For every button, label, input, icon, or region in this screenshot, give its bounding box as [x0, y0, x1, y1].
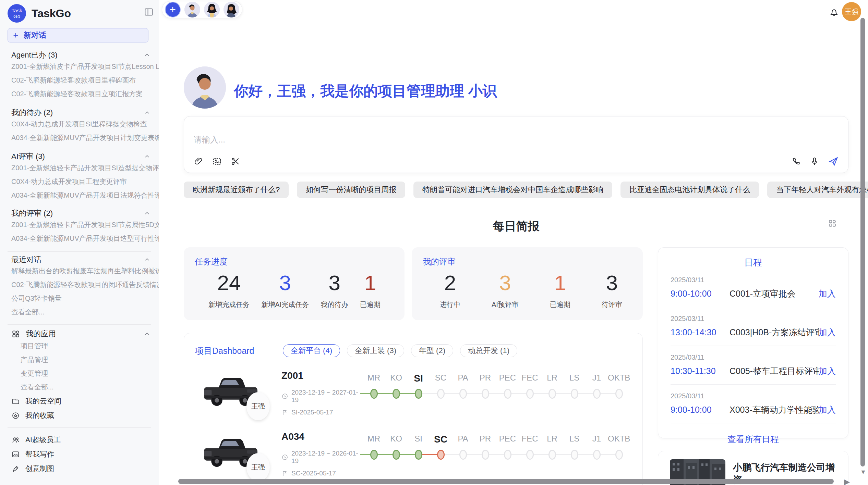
tab-new-platform[interactable]: 全新平台 (4)	[283, 344, 340, 357]
sidebar-item-write-helper[interactable]: 帮我写作	[8, 447, 159, 461]
schedule-item: 2025/03/11 9:00-10:00 X003-车辆动力学性能验... 加…	[671, 385, 836, 423]
avatar-woman-2[interactable]	[224, 2, 239, 17]
milestone-label: PA	[452, 434, 474, 445]
app-header: Task Go TaskGo	[8, 3, 159, 23]
new-chat-label: 新对话	[24, 30, 46, 40]
add-session-button[interactable]	[165, 2, 181, 17]
list-item[interactable]: C02-飞腾新能源轻客改款项目立项汇报方案	[8, 87, 159, 101]
sidebar-item-change-mgmt[interactable]: 变更管理	[8, 366, 159, 380]
sidebar-item-favorites[interactable]: 我的收藏	[8, 408, 159, 423]
chat-input[interactable]: 请输入...	[184, 116, 848, 173]
milestone-label: PR	[474, 373, 496, 384]
milestone-label: LR	[541, 434, 563, 445]
scissors-icon[interactable]	[231, 157, 240, 166]
horizontal-scrollbar[interactable]	[178, 479, 834, 484]
sidebar-collapse-icon[interactable]	[144, 7, 154, 17]
tab-powertrain[interactable]: 动总开发 (1)	[460, 344, 517, 357]
list-item[interactable]: A034-全新新能源MUV产品开发项目造型可行性评审	[8, 232, 159, 245]
project-flag-milestone: SC-2025-05-17	[281, 470, 363, 477]
list-item[interactable]: Z001-全新燃油轻卡产品开发项目SI节点属性5D文件评审	[8, 218, 159, 232]
milestone-label: SI	[407, 434, 430, 445]
project-image-truck: 王强	[201, 430, 260, 472]
join-button[interactable]: 加入	[819, 404, 836, 415]
suggestion-chip[interactable]: 当下年轻人对汽车外观有怎样的喜好趋势	[767, 182, 868, 198]
stat-overdue: 1 已逾期	[360, 271, 381, 309]
tab-model-year[interactable]: 年型 (2)	[411, 344, 453, 357]
list-item[interactable]: Z001-全新燃油轻卡产品开发项目SI造型提交物评审	[8, 161, 159, 175]
milestone-track: MR KO SI SC PA PR PEC FEC LR LS J1 OKTB	[363, 373, 630, 402]
suggestion-chip[interactable]: 欧洲新规最近颁布了什么?	[184, 182, 289, 198]
milestone-line-done	[360, 393, 419, 394]
schedule-item: 2025/03/11 13:00-14:30 C003|H0B-方案冻结评审 加…	[671, 307, 836, 346]
suggestion-chip[interactable]: 特朗普可能对进口汽车增税会对中国车企造成哪些影响	[413, 182, 612, 198]
sidebar-item-cloud-space[interactable]: 我的云空间	[8, 394, 159, 408]
avatar-man[interactable]	[184, 2, 200, 17]
sidebar-item-label: 帮我写作	[25, 449, 54, 459]
view-all-recent[interactable]: 查看全部...	[8, 305, 159, 319]
phone-icon[interactable]	[791, 157, 801, 166]
avatar-woman-1[interactable]	[204, 2, 220, 17]
sidebar-item-creative-draw[interactable]: 创意制图	[8, 461, 159, 476]
milestone-dot	[593, 450, 601, 460]
clock-icon	[281, 454, 288, 461]
join-button[interactable]: 加入	[819, 365, 836, 377]
logo-text-bottom: Go	[13, 13, 20, 19]
people-icon	[11, 436, 20, 444]
milestone-label-current: SI	[407, 373, 430, 384]
section-my-todo[interactable]: 我的待办 (2)	[8, 108, 159, 117]
plus-icon	[12, 32, 20, 39]
milestone-dot	[504, 389, 511, 399]
section-ai-review[interactable]: AI评审 (3)	[8, 152, 159, 161]
sidebar-item-product-mgmt[interactable]: 产品管理	[8, 353, 159, 366]
view-all-apps[interactable]: 查看全部...	[8, 380, 159, 394]
user-avatar[interactable]: 王强	[842, 2, 861, 21]
list-item[interactable]: A034-全新新能源MUV产品开发项目法规符合性评审	[8, 188, 159, 202]
join-button[interactable]: 加入	[819, 327, 836, 338]
vertical-scrollbar[interactable]	[860, 18, 865, 467]
bell-icon[interactable]	[829, 7, 839, 17]
layout-grid-icon[interactable]	[828, 219, 837, 228]
sidebar-item-label: 我的云空间	[25, 396, 61, 406]
join-button[interactable]: 加入	[819, 288, 836, 299]
project-row-a034[interactable]: 王强 A034 2023-12-19 ~ 2026-01-19 SC-2025-…	[184, 416, 642, 477]
dashboard-tabs: 全新平台 (4) 全新上装 (3) 年型 (2) 动总开发 (1)	[283, 344, 517, 357]
list-item[interactable]: C0X4-动力总成开发项目工程变更评审	[8, 175, 159, 188]
mic-icon[interactable]	[810, 157, 819, 166]
view-all-schedule[interactable]: 查看所有日程	[671, 434, 836, 445]
list-item[interactable]: 公司Q3轻卡销量	[8, 291, 159, 305]
section-recent-chats[interactable]: 最近对话	[8, 255, 159, 264]
section-agent-done[interactable]: Agent已办 (3)	[8, 51, 159, 60]
suggestion-chip[interactable]: 比亚迪全固态电池计划具体说了什么	[620, 182, 759, 198]
new-chat-button[interactable]: 新对话	[8, 28, 148, 42]
image-upload-icon[interactable]	[212, 157, 222, 166]
suggestion-chips: 欧洲新规最近颁布了什么? 如何写一份清晰的项目周报 特朗普可能对进口汽车增税会对…	[184, 182, 868, 198]
sidebar-item-ai-staff[interactable]: AI超级员工	[8, 433, 159, 447]
milestone-dot	[437, 389, 445, 399]
daily-briefing-title: 每日简报	[184, 219, 848, 234]
list-item[interactable]: Z001-全新燃油皮卡产品开发项目SI节点Lesson Learn报告	[8, 60, 159, 73]
attachment-icon[interactable]	[194, 157, 203, 166]
project-row-z001[interactable]: 王强 Z001 2023-12-19 ~ 2027-01-19 SI-2025-…	[184, 357, 642, 416]
milestone-dot	[482, 389, 489, 399]
chevron-up-icon	[144, 210, 150, 217]
tab-new-body[interactable]: 全新上装 (3)	[347, 344, 404, 357]
suggestion-chip[interactable]: 如何写一份清晰的项目周报	[297, 182, 405, 198]
list-item[interactable]: 解释最新出台的欧盟报废车法规再生塑料比例被调至15%...	[8, 264, 159, 278]
section-my-apps[interactable]: 我的应用	[8, 329, 159, 339]
send-icon[interactable]	[828, 156, 839, 166]
scroll-down-arrow[interactable]: ▼	[860, 469, 866, 476]
list-item[interactable]: C02-飞腾新能源轻客改款项目里程碑画布	[8, 73, 159, 87]
sidebar-item-project-mgmt[interactable]: 项目管理	[8, 339, 159, 353]
milestone-dot	[482, 450, 489, 460]
flag-icon	[281, 409, 288, 416]
list-item[interactable]: C0X4-动力总成开发项目SI里程碑提交物检查	[8, 117, 159, 131]
list-item[interactable]: C02-飞腾新能源轻客改款项目的闭环通告反馈情况	[8, 278, 159, 291]
section-my-review[interactable]: 我的评审 (2)	[8, 209, 159, 218]
user-name: 王强	[845, 7, 858, 16]
milestone-line-done	[360, 454, 419, 455]
list-item[interactable]: A034-全新新能源MUV产品开发项目计划变更表编写	[8, 131, 159, 145]
milestone-label: KO	[385, 434, 407, 445]
scroll-right-arrow[interactable]: ▶	[844, 477, 850, 485]
milestone-dot-done	[370, 389, 378, 399]
milestone-label: J1	[586, 434, 608, 445]
